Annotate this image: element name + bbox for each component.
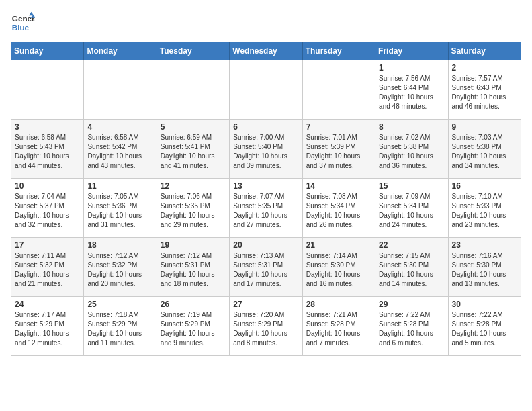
day-number: 29 (379, 300, 444, 309)
calendar-cell: 8Sunrise: 7:02 AMSunset: 5:38 PMDaylight… (375, 120, 448, 179)
day-number: 28 (306, 300, 371, 309)
day-info: Sunrise: 7:18 AMSunset: 5:29 PMDaylight:… (87, 310, 152, 348)
svg-text:Blue: Blue (12, 23, 30, 32)
day-info: Sunrise: 7:16 AMSunset: 5:30 PMDaylight:… (452, 251, 517, 289)
day-number: 22 (379, 240, 444, 250)
calendar-cell: 20Sunrise: 7:13 AMSunset: 5:31 PMDayligh… (230, 238, 302, 297)
calendar-cell (11, 60, 84, 120)
day-number: 9 (452, 122, 517, 132)
calendar-cell: 26Sunrise: 7:19 AMSunset: 5:29 PMDayligh… (157, 297, 229, 356)
calendar-cell: 14Sunrise: 7:08 AMSunset: 5:34 PMDayligh… (302, 179, 375, 238)
day-info: Sunrise: 7:01 AMSunset: 5:39 PMDaylight:… (306, 133, 371, 171)
calendar-cell: 21Sunrise: 7:14 AMSunset: 5:30 PMDayligh… (302, 238, 375, 297)
page-header: General Blue (11, 11, 521, 35)
day-info: Sunrise: 7:21 AMSunset: 5:28 PMDaylight:… (306, 310, 371, 348)
day-info: Sunrise: 7:22 AMSunset: 5:28 PMDaylight:… (379, 310, 444, 348)
day-number: 2 (452, 63, 517, 73)
calendar-cell: 13Sunrise: 7:07 AMSunset: 5:35 PMDayligh… (230, 179, 302, 238)
logo: General Blue (11, 11, 35, 35)
day-number: 11 (87, 181, 152, 191)
calendar-cell: 19Sunrise: 7:12 AMSunset: 5:31 PMDayligh… (157, 238, 229, 297)
day-info: Sunrise: 7:13 AMSunset: 5:31 PMDaylight:… (233, 251, 298, 289)
calendar-cell: 24Sunrise: 7:17 AMSunset: 5:29 PMDayligh… (11, 297, 84, 356)
day-number: 14 (306, 181, 371, 191)
day-info: Sunrise: 7:07 AMSunset: 5:35 PMDaylight:… (233, 192, 298, 230)
day-number: 12 (161, 181, 226, 191)
day-info: Sunrise: 7:17 AMSunset: 5:29 PMDaylight:… (15, 310, 80, 348)
day-info: Sunrise: 7:03 AMSunset: 5:38 PMDaylight:… (452, 133, 517, 171)
day-info: Sunrise: 7:56 AMSunset: 6:44 PMDaylight:… (379, 74, 444, 111)
week-row-5: 24Sunrise: 7:17 AMSunset: 5:29 PMDayligh… (11, 297, 521, 356)
calendar-cell: 1Sunrise: 7:56 AMSunset: 6:44 PMDaylight… (375, 60, 448, 120)
day-info: Sunrise: 7:20 AMSunset: 5:29 PMDaylight:… (233, 310, 298, 348)
calendar-cell: 2Sunrise: 7:57 AMSunset: 6:43 PMDaylight… (448, 60, 521, 120)
week-row-2: 3Sunrise: 6:58 AMSunset: 5:43 PMDaylight… (11, 120, 521, 179)
day-number: 23 (452, 240, 517, 250)
weekday-tuesday: Tuesday (157, 42, 229, 60)
day-number: 21 (306, 240, 371, 250)
day-info: Sunrise: 7:19 AMSunset: 5:29 PMDaylight:… (161, 310, 226, 348)
day-number: 6 (233, 122, 298, 132)
day-info: Sunrise: 7:22 AMSunset: 5:28 PMDaylight:… (452, 310, 517, 348)
day-number: 15 (379, 181, 444, 191)
day-number: 30 (452, 300, 517, 309)
day-number: 4 (87, 122, 152, 132)
calendar-cell (157, 60, 229, 120)
week-row-3: 10Sunrise: 7:04 AMSunset: 5:37 PMDayligh… (11, 179, 521, 238)
calendar-cell: 22Sunrise: 7:15 AMSunset: 5:30 PMDayligh… (375, 238, 448, 297)
day-number: 1 (379, 63, 444, 73)
day-info: Sunrise: 7:09 AMSunset: 5:34 PMDaylight:… (379, 192, 444, 230)
calendar-cell (302, 60, 375, 120)
calendar-cell: 4Sunrise: 6:58 AMSunset: 5:42 PMDaylight… (84, 120, 157, 179)
weekday-sunday: Sunday (11, 42, 84, 60)
day-number: 10 (15, 181, 80, 191)
calendar-cell (230, 60, 302, 120)
weekday-header-row: SundayMondayTuesdayWednesdayThursdayFrid… (11, 42, 521, 60)
calendar-cell: 18Sunrise: 7:12 AMSunset: 5:32 PMDayligh… (84, 238, 157, 297)
calendar-cell: 17Sunrise: 7:11 AMSunset: 5:32 PMDayligh… (11, 238, 84, 297)
day-info: Sunrise: 7:08 AMSunset: 5:34 PMDaylight:… (306, 192, 371, 230)
calendar-cell: 12Sunrise: 7:06 AMSunset: 5:35 PMDayligh… (157, 179, 229, 238)
day-number: 20 (233, 240, 298, 250)
day-info: Sunrise: 7:15 AMSunset: 5:30 PMDaylight:… (379, 251, 444, 289)
day-info: Sunrise: 7:02 AMSunset: 5:38 PMDaylight:… (379, 133, 444, 171)
day-number: 16 (452, 181, 517, 191)
calendar-table: SundayMondayTuesdayWednesdayThursdayFrid… (11, 42, 521, 356)
calendar-cell: 11Sunrise: 7:05 AMSunset: 5:36 PMDayligh… (84, 179, 157, 238)
day-number: 25 (87, 300, 152, 309)
day-number: 5 (161, 122, 226, 132)
logo-icon: General Blue (11, 11, 35, 35)
calendar-cell: 7Sunrise: 7:01 AMSunset: 5:39 PMDaylight… (302, 120, 375, 179)
day-number: 13 (233, 181, 298, 191)
calendar-cell: 6Sunrise: 7:00 AMSunset: 5:40 PMDaylight… (230, 120, 302, 179)
day-info: Sunrise: 7:00 AMSunset: 5:40 PMDaylight:… (233, 133, 298, 171)
calendar-cell: 16Sunrise: 7:10 AMSunset: 5:33 PMDayligh… (448, 179, 521, 238)
day-info: Sunrise: 7:11 AMSunset: 5:32 PMDaylight:… (15, 251, 80, 289)
weekday-wednesday: Wednesday (230, 42, 302, 60)
calendar-cell: 15Sunrise: 7:09 AMSunset: 5:34 PMDayligh… (375, 179, 448, 238)
day-number: 24 (15, 300, 80, 309)
day-number: 19 (161, 240, 226, 250)
day-number: 26 (161, 300, 226, 309)
day-info: Sunrise: 7:04 AMSunset: 5:37 PMDaylight:… (15, 192, 80, 230)
day-number: 3 (15, 122, 80, 132)
day-info: Sunrise: 7:06 AMSunset: 5:35 PMDaylight:… (161, 192, 226, 230)
weekday-friday: Friday (375, 42, 448, 60)
day-info: Sunrise: 6:58 AMSunset: 5:42 PMDaylight:… (87, 133, 152, 171)
day-info: Sunrise: 7:57 AMSunset: 6:43 PMDaylight:… (452, 74, 517, 111)
calendar-cell: 23Sunrise: 7:16 AMSunset: 5:30 PMDayligh… (448, 238, 521, 297)
day-info: Sunrise: 6:58 AMSunset: 5:43 PMDaylight:… (15, 133, 80, 171)
day-number: 8 (379, 122, 444, 132)
calendar-cell: 30Sunrise: 7:22 AMSunset: 5:28 PMDayligh… (448, 297, 521, 356)
day-number: 27 (233, 300, 298, 309)
day-info: Sunrise: 7:14 AMSunset: 5:30 PMDaylight:… (306, 251, 371, 289)
calendar-cell: 5Sunrise: 6:59 AMSunset: 5:41 PMDaylight… (157, 120, 229, 179)
week-row-1: 1Sunrise: 7:56 AMSunset: 6:44 PMDaylight… (11, 60, 521, 120)
weekday-thursday: Thursday (302, 42, 375, 60)
calendar-cell: 9Sunrise: 7:03 AMSunset: 5:38 PMDaylight… (448, 120, 521, 179)
day-number: 7 (306, 122, 371, 132)
week-row-4: 17Sunrise: 7:11 AMSunset: 5:32 PMDayligh… (11, 238, 521, 297)
day-number: 18 (87, 240, 152, 250)
weekday-saturday: Saturday (448, 42, 521, 60)
calendar-cell: 28Sunrise: 7:21 AMSunset: 5:28 PMDayligh… (302, 297, 375, 356)
